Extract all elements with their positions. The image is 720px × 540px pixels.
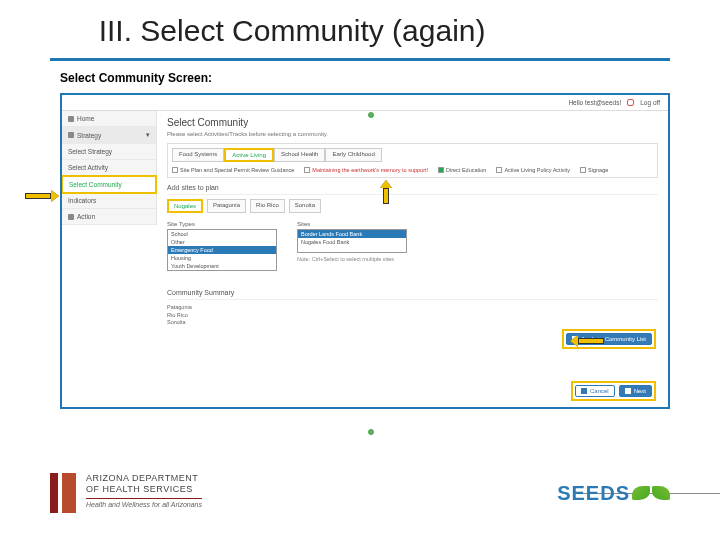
cancel-button[interactable]: Cancel	[575, 385, 615, 397]
checkbox[interactable]	[172, 167, 178, 173]
seeds-logo: SEEDS	[557, 482, 670, 505]
summary-heading: Community Summary	[167, 289, 658, 296]
sidebar-item-select-activity[interactable]: Select Activity	[62, 160, 156, 176]
add-sites-heading: Add sites to plan	[167, 184, 658, 191]
tab-food[interactable]: Food Systems	[172, 148, 224, 162]
logoff-link[interactable]: Log off	[640, 99, 660, 106]
main-heading: Select Community	[167, 117, 658, 128]
adhs-logo: ARIZONA DEPARTMENT OF HEALTH SERVICES He…	[50, 473, 202, 513]
app-screenshot: Hello test@seeds! Log off Home Strategy▾…	[60, 93, 670, 409]
checkbox[interactable]	[580, 167, 586, 173]
sidebar: Home Strategy▾ Select Strategy Select Ac…	[62, 111, 157, 225]
city-nogales[interactable]: Nogales	[167, 199, 203, 213]
page-title: III. Select Community (again)	[90, 14, 670, 48]
arrow-annotation	[570, 335, 604, 347]
tab-active-living[interactable]: Active Living	[224, 148, 274, 162]
sites-label: Sites	[297, 221, 407, 227]
summary-list: Patagonia Rio Rico Sonoita	[167, 304, 658, 327]
sidebar-item-select-community[interactable]: Select Community	[61, 175, 157, 194]
subtitle: Select Community Screen:	[0, 61, 720, 87]
anchor-dot	[368, 112, 374, 118]
sidebar-item-action[interactable]: Action	[62, 209, 156, 225]
site-types-list[interactable]: School Other Emergency Food Housing Yout…	[167, 229, 277, 271]
gear-icon	[68, 214, 74, 220]
sites-list[interactable]: Border Lands Food Bank Nogales Food Bank	[297, 229, 407, 253]
arrow-annotation	[380, 180, 392, 204]
checkbox[interactable]	[496, 167, 502, 173]
sidebar-item-indicators[interactable]: Indicators	[62, 193, 156, 209]
refresh-icon	[625, 388, 631, 394]
x-icon	[581, 388, 587, 394]
leaf-icon	[632, 486, 650, 500]
tab-early[interactable]: Early Childhood	[325, 148, 381, 162]
checkbox[interactable]	[304, 167, 310, 173]
sidebar-item-select-strategy[interactable]: Select Strategy	[62, 144, 156, 160]
arrow-annotation	[25, 190, 59, 202]
hello-text: Hello test@seeds!	[568, 99, 621, 106]
main-instruction: Please select Activities/Tracks before s…	[167, 131, 658, 137]
sites-hint: Note: Ctrl+Select to select multiple sit…	[297, 256, 407, 262]
sidebar-item-home[interactable]: Home	[62, 111, 156, 127]
next-button[interactable]: Next	[619, 385, 652, 397]
logoff-icon[interactable]	[627, 99, 634, 106]
city-riorico[interactable]: Rio Rico	[250, 199, 285, 213]
city-patagonia[interactable]: Patagonia	[207, 199, 246, 213]
leaf-icon	[652, 486, 670, 500]
anchor-dot	[368, 429, 374, 435]
home-icon	[68, 116, 74, 122]
site-types-label: Site Types	[167, 221, 277, 227]
checkbox[interactable]	[438, 167, 444, 173]
list-icon	[68, 132, 74, 138]
city-sonoita[interactable]: Sonoita	[289, 199, 321, 213]
sidebar-item-strategy[interactable]: Strategy▾	[62, 127, 156, 144]
tab-school[interactable]: School Health	[274, 148, 325, 162]
tracks-panel: Food Systems Active Living School Health…	[167, 143, 658, 178]
